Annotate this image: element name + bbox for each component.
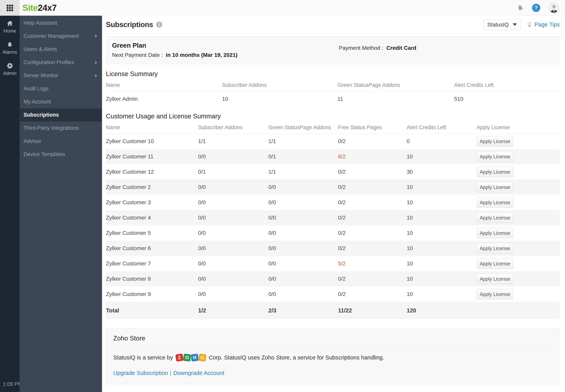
apply-license-button[interactable]: Apply License [477,182,513,193]
page-tips-label: Page Tips [535,21,560,28]
apply-license-button[interactable]: Apply License [477,274,513,284]
sidebar-menu-item[interactable]: Server Monitor [20,69,102,82]
sidebar-menu-item[interactable]: Device Templates [20,148,102,161]
green-statuspage-addons-cell: 1/1 [268,138,338,144]
bulb-icon [527,22,533,28]
submenu-arrow-icon [95,34,97,38]
license-name-cell: Zylker Admin [106,96,222,102]
sidebar-menu-item[interactable]: Users & Alerts [20,43,102,56]
apply-license-button[interactable]: Apply License [477,151,513,162]
table-row: Zylker Customer 9 0/0 0/0 0/2 10 Apply L… [106,287,560,302]
alert-credits-left-cell: 10 [407,245,477,252]
zoho-sentence-after: Corp. StatusIQ uses Zoho Store, a servic… [209,354,384,361]
table-row: Zylker Customer 7 0/0 0/0 5/2 10 Apply L… [106,256,560,271]
table-row: Zylker Customer 4 0/0 0/0 0/2 10 Apply L… [106,210,560,225]
page-title: Subscriptions [106,21,153,29]
apply-license-button[interactable]: Apply License [477,197,513,208]
sidebar-menu-item[interactable]: Third-Party Integrations [20,122,102,135]
customer-name-cell: Zylker Customer 10 [106,138,198,144]
apply-license-button[interactable]: Apply License [477,136,513,147]
subscriber-addons-cell: 0/0 [198,199,268,206]
subscriber-addons-cell: 0/0 [198,154,268,160]
free-status-pages-cell: 0/2 [338,169,407,175]
statusiq-dropdown[interactable]: StatusIQ [484,19,521,30]
plan-name: Green Plan [112,42,238,49]
next-payment-value: in 10 months (Mar 19, 2021) [166,52,238,58]
sidebar-item-label: Help Assistant [24,20,57,26]
link-separator: | [170,370,171,376]
subscriber-addons-cell: 0/0 [198,291,268,297]
sidebar-menu-item[interactable]: Subscriptions [20,108,102,122]
plan-panel: Green Plan Next Payment Date : in 10 mon… [106,36,560,64]
icon-rail: Home Alarms Admin 1:09 PM [0,16,20,392]
free-status-pages-cell: 0/2 [338,245,407,252]
sidebar-item-label: Advisor [24,138,41,144]
alert-credits-left-cell: 10 [407,261,477,267]
sidebar-menu-item[interactable]: Configuration Profiles [20,56,102,69]
total-label: Total [106,307,198,314]
upgrade-subscription-link[interactable]: Upgrade Subscription [113,370,168,376]
sidebar-item-label: Third-Party Integrations [24,125,79,131]
sidebar-item-label: Subscriptions [24,112,59,118]
column-header: Apply License [477,125,560,130]
customer-name-cell: Zylker Customer 11 [106,154,198,160]
green-statuspage-addons-cell: 0/0 [268,215,338,221]
total-free: 11/22 [338,307,407,314]
alert-credits-left-cell: 10 [407,291,477,297]
green-statuspage-addons-cell: 1/1 [268,169,338,175]
apply-license-button[interactable]: Apply License [477,212,513,223]
sidebar-menu-item[interactable]: My Account [20,95,102,108]
license-subscriber-cell: 10 [222,96,337,102]
payment-method: Payment Method : Credit Card [339,42,416,58]
license-credits-cell: 510 [454,96,560,102]
page-tips-link[interactable]: Page Tips [527,21,560,28]
total-subscriber: 1/2 [198,307,268,314]
table-row: Zylker Admin 10 11 510 [106,91,560,107]
license-summary-header: NameSubscriber AddonsGreen StatusPage Ad… [106,79,560,91]
table-row: Zylker Customer 8 0/0 0/0 0/2 10 Apply L… [106,271,560,287]
subscriber-addons-cell: 0/0 [198,215,268,221]
customer-name-cell: Zylker Customer 6 [106,245,198,252]
apply-license-button[interactable]: Apply License [477,289,513,299]
sidebar-item-label: Audit Logs [24,86,49,92]
zoho-store-title: Zoho Store [113,335,552,342]
gear-icon [6,62,13,69]
app-grid-button[interactable] [0,0,20,16]
sidebar-menu-item[interactable]: Audit Logs [20,82,102,95]
home-icon [6,20,13,27]
announcements-bell-icon[interactable] [516,3,525,12]
sidebar-menu-item[interactable]: Customer Management [20,29,102,43]
info-icon[interactable]: i [156,22,162,28]
table-row: Zylker Customer 6 0/0 0/0 0/2 10 Apply L… [106,241,560,256]
rail-item-home[interactable]: Home [3,20,16,34]
column-header: Subscriber Addons [222,82,337,88]
customer-name-cell: Zylker Customer 5 [106,230,198,236]
help-icon[interactable]: ? [532,4,540,12]
apply-license-button[interactable]: Apply License [477,228,513,238]
apply-license-button[interactable]: Apply License [477,243,513,254]
green-statuspage-addons-cell: 0/0 [268,199,338,206]
apply-license-button[interactable]: Apply License [477,258,513,269]
top-bar: Site24x7 ? [0,0,565,16]
customer-usage-table: NameSubscriber AddonsGreen StatusPage Ad… [106,122,560,319]
green-statuspage-addons-cell: 0/0 [268,245,338,252]
rail-item-admin[interactable]: Admin [3,62,16,76]
license-green-cell: 11 [337,96,454,102]
main-content: Subscriptions i StatusIQ Page Tips Green… [102,16,565,392]
rail-item-alarms[interactable]: Alarms [2,41,17,55]
alert-credits-left-cell: 10 [407,230,477,236]
payment-method-value: Credit Card [387,45,416,51]
free-status-pages-cell: 0/2 [338,291,407,297]
sidebar-menu-item[interactable]: Help Assistant [20,16,102,29]
customer-name-cell: Zylker Customer 7 [106,261,198,267]
rail-item-label: Home [3,28,16,34]
user-avatar[interactable] [549,2,559,13]
logo-247-text: 24x7 [38,3,57,13]
subscriber-addons-cell: 0/0 [198,230,268,236]
license-summary-title: License Summary [106,70,560,78]
apply-license-button[interactable]: Apply License [477,167,513,177]
sidebar-menu-item[interactable]: Advisor [20,135,102,148]
downgrade-account-link[interactable]: Downgrade Account [173,370,224,376]
zoho-store-description: StatusIQ is a service by ZOHO Corp. Stat… [113,354,552,361]
customer-name-cell: Zylker Customer 9 [106,291,198,297]
